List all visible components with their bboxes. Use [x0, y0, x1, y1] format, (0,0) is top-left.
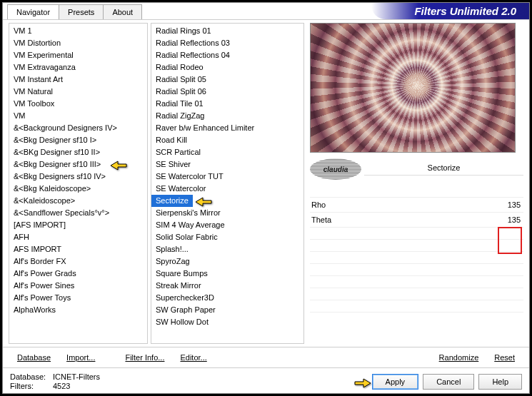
filter-item[interactable]: Sierpenski's Mirror: [151, 207, 303, 219]
filter-item[interactable]: SE Watercolor: [151, 183, 303, 195]
header: NavigatorPresetsAbout Filters Unlimited …: [3, 3, 529, 20]
category-item[interactable]: &<Kaleidoscope>: [9, 195, 147, 207]
category-item[interactable]: &<Bkg Designer sf10 I>: [9, 134, 147, 146]
filter-scroll[interactable]: Radial Rings 01Radial Reflections 03Radi…: [151, 24, 303, 343]
tab-about[interactable]: About: [103, 4, 142, 19]
category-scroll[interactable]: VM 1VM DistortionVM ExperimentalVM Extra…: [9, 24, 147, 343]
category-item[interactable]: VM Toolbox: [9, 98, 147, 110]
help-button[interactable]: Help: [478, 374, 522, 390]
param-label: Theta: [311, 215, 354, 224]
category-item[interactable]: AFH: [9, 231, 147, 243]
category-item[interactable]: &<Bkg Kaleidoscope>: [9, 183, 147, 195]
param-value[interactable]: 135: [502, 215, 522, 224]
filter-item[interactable]: Splash!...: [151, 243, 303, 255]
import-button[interactable]: Import...: [59, 350, 102, 365]
tab-presets[interactable]: Presets: [59, 4, 104, 19]
category-item[interactable]: Alf's Border FX: [9, 255, 147, 268]
filter-item[interactable]: Road Kill: [151, 134, 303, 146]
param-blank: [310, 300, 523, 313]
main-area: VM 1VM DistortionVM ExperimentalVM Extra…: [3, 20, 529, 347]
database-button[interactable]: Database: [10, 350, 58, 365]
editor-button[interactable]: Editor...: [173, 350, 214, 365]
category-item[interactable]: VM Instant Art: [9, 73, 147, 86]
filter-item[interactable]: SW Graph Paper: [151, 304, 303, 316]
category-list: VM 1VM DistortionVM ExperimentalVM Extra…: [9, 23, 148, 344]
category-item[interactable]: AFS IMPORT: [9, 243, 147, 255]
param-blank: [310, 240, 523, 252]
db-value: ICNET-Filters: [53, 372, 100, 381]
reset-button[interactable]: Reset: [487, 350, 522, 365]
cancel-button[interactable]: Cancel: [423, 374, 474, 390]
category-item[interactable]: Alf's Power Sines: [9, 280, 147, 292]
footer-info: Database: ICNET-Filters Filters: 4523: [10, 372, 100, 390]
filter-item[interactable]: Raver b/w Enhanced Limiter: [151, 122, 303, 134]
param-blank: [310, 252, 523, 264]
filter-item[interactable]: SCR Partical: [151, 146, 303, 158]
category-item[interactable]: VM: [9, 110, 147, 122]
filter-item[interactable]: SE Shiver: [151, 158, 303, 171]
preview-image: [310, 23, 516, 153]
filter-list: Radial Rings 01Radial Reflections 03Radi…: [151, 23, 304, 344]
filters-unlimited-window: NavigatorPresetsAbout Filters Unlimited …: [2, 2, 530, 394]
footer-buttons: Apply Cancel Help: [349, 374, 522, 390]
apply-button[interactable]: Apply: [372, 374, 419, 390]
category-item[interactable]: &<BKg Designer sf10 II>: [9, 146, 147, 158]
param-blank: [310, 276, 523, 288]
randomize-button[interactable]: Randomize: [432, 350, 486, 365]
pointer-icon: [194, 193, 213, 208]
preview-column: claudia Sectorize Rho135Theta135: [307, 23, 523, 344]
category-item[interactable]: &<Bkg Designer sf10 III>: [9, 158, 147, 171]
category-item[interactable]: VM Natural: [9, 86, 147, 98]
filter-item[interactable]: Solid Solar Fabric: [151, 231, 303, 243]
db-label: Database:: [10, 372, 53, 381]
category-item[interactable]: Alf's Power Grads: [9, 268, 147, 280]
filter-item[interactable]: Sectorize: [151, 195, 193, 207]
filter-item[interactable]: SE Watercolor TUT: [151, 171, 303, 183]
filters-count-value: 4523: [53, 382, 70, 390]
param-row-rho: Rho135: [310, 198, 523, 213]
value-highlight-box: [498, 227, 522, 254]
filter-item[interactable]: SW Hollow Dot: [151, 316, 303, 328]
filter-item[interactable]: Streak Mirror: [151, 280, 303, 292]
filter-item[interactable]: Radial Reflections 03: [151, 37, 303, 49]
tab-navigator[interactable]: Navigator: [7, 4, 59, 19]
filter-info-button[interactable]: Filter Info...: [118, 350, 171, 365]
filter-item[interactable]: Superchecker3D: [151, 292, 303, 304]
filter-item[interactable]: Radial Split 06: [151, 86, 303, 98]
category-item[interactable]: [AFS IMPORT]: [9, 219, 147, 231]
category-item[interactable]: VM 1: [9, 25, 147, 37]
filter-item[interactable]: Radial Reflections 04: [151, 49, 303, 61]
filter-item[interactable]: SIM 4 Way Average: [151, 219, 303, 231]
param-blank: [310, 186, 523, 198]
filter-item[interactable]: Square Bumps: [151, 268, 303, 280]
filters-count-label: Filters:: [10, 382, 53, 390]
toolbar: Database Import... Filter Info... Editor…: [3, 347, 529, 367]
footer: Database: ICNET-Filters Filters: 4523 Ap…: [3, 367, 529, 395]
author-logo: claudia: [310, 158, 361, 180]
param-label: Rho: [311, 200, 354, 209]
category-item[interactable]: &<Background Designers IV>: [9, 122, 147, 134]
filter-item[interactable]: Radial ZigZag: [151, 110, 303, 122]
filter-header: claudia Sectorize: [310, 157, 523, 181]
filter-item[interactable]: Radial Split 05: [151, 73, 303, 86]
filter-item[interactable]: Radial Tile 01: [151, 98, 303, 110]
pointer-icon: [353, 375, 372, 389]
param-value[interactable]: 135: [502, 200, 522, 209]
filter-item[interactable]: SpyroZag: [151, 255, 303, 268]
app-title: Filters Unlimited 2.0: [371, 3, 529, 19]
param-slider[interactable]: [354, 200, 502, 210]
filter-item[interactable]: Radial Rodeo: [151, 61, 303, 73]
filter-item[interactable]: Radial Rings 01: [151, 25, 303, 37]
category-item[interactable]: VM Extravaganza: [9, 61, 147, 73]
param-blank: [310, 264, 523, 276]
category-item[interactable]: AlphaWorks: [9, 304, 147, 316]
parameter-area: Rho135Theta135: [310, 186, 523, 313]
param-slider[interactable]: [354, 215, 502, 225]
category-item[interactable]: &<Bkg Designers sf10 IV>: [9, 171, 147, 183]
param-row-theta: Theta135: [310, 213, 523, 228]
category-item[interactable]: &<Sandflower Specials°v°>: [9, 207, 147, 219]
category-item[interactable]: Alf's Power Toys: [9, 292, 147, 304]
category-item[interactable]: VM Distortion: [9, 37, 147, 49]
category-item[interactable]: VM Experimental: [9, 49, 147, 61]
tab-bar: NavigatorPresetsAbout: [3, 3, 141, 19]
